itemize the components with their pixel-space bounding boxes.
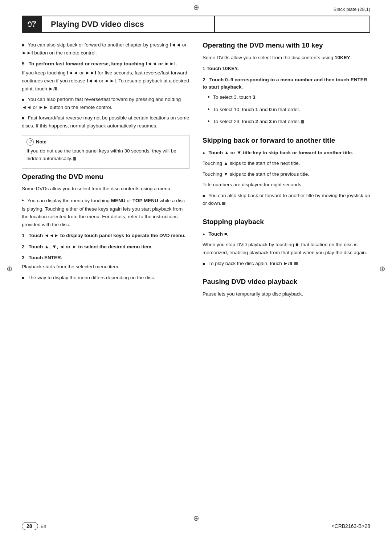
stop-heading: Stopping playback — [203, 217, 370, 227]
stop-note: To play back the disc again, touch ►/II. — [203, 260, 370, 268]
skip-title-note: You can also skip back or forward to ano… — [203, 192, 370, 207]
footer-page-num: 28 En — [22, 523, 46, 529]
note-icon: ℐ — [26, 138, 34, 146]
dvd-menu-step2: 2 Touch ▲, ▼, ◄ or ► to select the desir… — [22, 243, 189, 251]
note-text: If you do not use the touch panel keys w… — [26, 147, 185, 163]
sub5-bullet1-icon — [22, 97, 26, 102]
op10key-intro: Some DVDs allow you to select from the d… — [203, 54, 370, 62]
op10key-bullet1: To select 3, touch 3. — [208, 92, 370, 102]
section-header: 07 Playing DVD video discs — [22, 16, 370, 33]
left-column: You can also skip back or forward to ano… — [22, 41, 189, 301]
skip-title-p1: Touching ▲ skips to the start of the nex… — [203, 159, 370, 167]
end-mark-stop — [294, 262, 298, 265]
note-title: ℐ Note — [26, 138, 185, 146]
sub5-bullet2: Fast forward/fast reverse may not be pos… — [22, 114, 189, 130]
skip-title-note-icon — [203, 193, 207, 198]
stop-p1: When you stop DVD playback by touching ■… — [203, 241, 370, 256]
dvd-menu-step3-detail: Playback starts from the selected menu i… — [22, 263, 189, 271]
section-title: Playing DVD video discs — [51, 20, 144, 29]
sub5-bullet1: You can also perform fast reverse/fast f… — [22, 95, 189, 111]
skip-title-p3: Title numbers are displayed for eight se… — [203, 181, 370, 189]
footer: 28 En <CRB2163-B>28 — [22, 523, 370, 529]
op10key-heading: Operating the DVD menu with 10 key — [203, 41, 370, 50]
main-content: You can also skip back or forward to ano… — [22, 41, 370, 301]
op10key-step1: 1 Touch 10KEY. — [203, 65, 370, 72]
intro-bullet — [22, 42, 26, 48]
black-plate-label: Black plate (28,1) — [334, 7, 370, 12]
page-number: 28 — [22, 522, 38, 530]
intro-text: You can also skip back or forward to ano… — [22, 42, 187, 56]
op10key-bullet2: To select 10, touch 1 and 0 in that orde… — [208, 105, 370, 114]
note-label: Note — [36, 139, 46, 145]
section-label: Section — [22, 23, 36, 27]
dvd-menu-intro: Some DVDs allow you to select from the d… — [22, 185, 189, 193]
op10key-b2-icon — [208, 107, 212, 112]
section-title-right-box — [215, 16, 370, 33]
right-column: Operating the DVD menu with 10 key Some … — [203, 41, 370, 301]
dvd-menu-step3-note-icon — [22, 275, 26, 280]
dvd-menu-bullet1-icon — [22, 198, 26, 203]
dvd-menu-step3-note: The way to display the menu differs depe… — [22, 274, 189, 282]
page: Black plate (28,1) Section 07 Playing DV… — [0, 0, 392, 537]
note-box: ℐ Note If you do not use the touch panel… — [22, 135, 189, 169]
op10key-bullet3: To select 23, touch 2 and 3 in that orde… — [208, 117, 370, 126]
dvd-menu-heading: Operating the DVD menu — [22, 172, 189, 182]
footer-code: <CRB2163-B>28 — [331, 523, 370, 529]
skip-title-bullet: Touch ▲ or ▼ title key to skip back or f… — [203, 149, 370, 157]
op10key-b3-icon — [208, 119, 212, 124]
dvd-menu-step3: 3 Touch ENTER. — [22, 254, 189, 261]
sub5-heading: 5 To perform fast forward or reverse, ke… — [22, 60, 189, 68]
dvd-menu-step1: 1 Touch ◄◄► to display touch panel keys … — [22, 232, 189, 239]
pause-intro: Pause lets you temporarily stop disc pla… — [203, 290, 370, 298]
stop-bullet-icon — [203, 231, 207, 237]
skip-title-heading: Skipping back or forward to another titl… — [203, 136, 370, 145]
top-bar: Black plate (28,1) — [0, 0, 392, 12]
op10key-b1-icon — [208, 94, 212, 100]
end-mark-10key — [301, 120, 304, 123]
skip-title-bullet-icon — [203, 150, 207, 155]
intro-paragraph: You can also skip back or forward to ano… — [22, 41, 189, 57]
stop-note-icon — [203, 261, 207, 266]
dvd-menu-bullet1: You can display the menu by touching MEN… — [22, 196, 189, 228]
op10key-step2-heading: 2 Touch 0–9 corresponding to a menu numb… — [203, 76, 370, 91]
pause-heading: Pausing DVD video playback — [203, 277, 370, 286]
sub5-para1: If you keep touching I◄◄ or ►►I for five… — [22, 69, 189, 93]
op10key-bullets: To select 3, touch 3. To select 10, touc… — [203, 92, 370, 126]
end-mark-note — [73, 157, 76, 160]
stop-bullet: Touch ■. — [203, 230, 370, 238]
end-mark-skip — [222, 202, 225, 205]
skip-title-p2: Touching ▼ skips to the start of the pre… — [203, 170, 370, 178]
sub5-bullet2-icon — [22, 115, 26, 121]
footer-en: En — [40, 524, 46, 529]
section-title-box: Playing DVD video discs — [42, 16, 215, 33]
